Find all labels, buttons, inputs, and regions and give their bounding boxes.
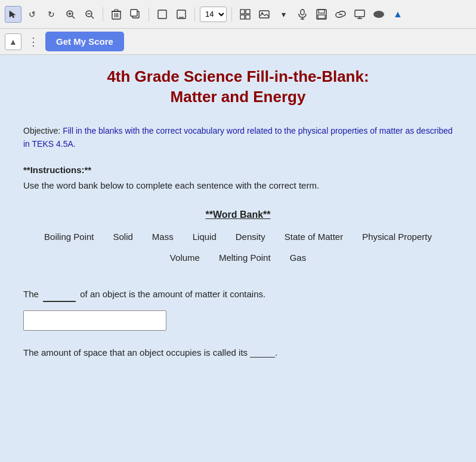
get-score-button[interactable]: Get My Score xyxy=(45,32,124,51)
image-dropdown[interactable]: ▾ xyxy=(275,6,292,23)
word-physical-property: Physical Property xyxy=(362,229,432,246)
svg-rect-22 xyxy=(259,11,269,18)
answer-input-1[interactable] xyxy=(23,310,166,331)
title-line2: Matter and Energy xyxy=(171,88,306,106)
word-melting-point: Melting Point xyxy=(219,250,271,267)
more-options-button[interactable]: ⋮ xyxy=(26,33,41,50)
crop-button[interactable] xyxy=(154,6,171,23)
text-button[interactable] xyxy=(173,6,190,23)
font-size-select[interactable]: 14 12 16 18 xyxy=(200,7,227,22)
svg-rect-24 xyxy=(301,10,304,15)
toolbar-row2: ▲ ⋮ Get My Score xyxy=(0,29,476,55)
sentence1-after: of an object is the amount of matter it … xyxy=(80,289,265,299)
save-button[interactable] xyxy=(313,6,330,23)
duplicate-button[interactable] xyxy=(127,6,144,23)
word-volume: Volume xyxy=(170,250,200,267)
svg-line-5 xyxy=(91,16,94,19)
sentence2: The amount of space that an object occup… xyxy=(23,345,453,361)
word-boiling-point: Boiling Point xyxy=(44,229,94,246)
svg-rect-29 xyxy=(318,15,325,19)
delete-button[interactable] xyxy=(108,6,125,23)
svg-rect-19 xyxy=(246,10,250,14)
nav-up-button[interactable]: ▲ xyxy=(5,33,21,50)
svg-rect-20 xyxy=(240,15,245,19)
sentence1-before: The xyxy=(23,289,39,299)
word-mass: Mass xyxy=(152,229,174,246)
content-page: 4th Grade Science Fill-in-the-Blank: Mat… xyxy=(23,67,453,450)
separator1 xyxy=(103,7,103,21)
main-content-area: 4th Grade Science Fill-in-the-Blank: Mat… xyxy=(0,55,476,462)
svg-rect-15 xyxy=(158,10,166,19)
svg-line-1 xyxy=(72,16,75,19)
svg-rect-9 xyxy=(115,10,118,11)
grid-button[interactable] xyxy=(237,6,254,23)
toolbar-row1: ↺ ↻ 14 12 16 18 ▾ xyxy=(0,0,476,29)
word-density: Density xyxy=(236,229,265,246)
undo-button[interactable]: ↺ xyxy=(24,6,41,23)
image-button[interactable] xyxy=(256,6,273,23)
separator3 xyxy=(194,7,195,21)
zoom-out-button[interactable] xyxy=(81,6,98,23)
triangle-button[interactable]: ▲ xyxy=(390,6,406,23)
sentence1: The of an object is the amount of matter… xyxy=(23,285,453,302)
mic-button[interactable] xyxy=(294,6,311,23)
word-solid: Solid xyxy=(113,229,133,246)
sentence1-blank xyxy=(43,285,76,302)
screen-button[interactable] xyxy=(351,6,368,23)
word-state-of-matter: State of Matter xyxy=(285,229,343,246)
separator4 xyxy=(231,7,232,21)
link-button[interactable] xyxy=(332,6,349,23)
instructions-label: **Instructions:** xyxy=(23,165,453,175)
svg-rect-31 xyxy=(355,10,364,17)
word-bank-title: **Word Bank** xyxy=(23,210,453,220)
redo-button[interactable]: ↻ xyxy=(43,6,60,23)
svg-rect-21 xyxy=(246,15,250,19)
oval-button[interactable] xyxy=(370,6,387,23)
instructions-text: Use the word bank below to complete each… xyxy=(23,178,453,193)
select-tool[interactable] xyxy=(5,6,21,23)
title-line1: 4th Grade Science Fill-in-the-Blank: xyxy=(107,67,369,85)
word-gas: Gas xyxy=(290,250,307,267)
svg-rect-28 xyxy=(319,10,324,13)
word-bank-grid: Boiling Point Solid Mass Liquid Density … xyxy=(23,229,453,266)
separator2 xyxy=(149,7,149,21)
objective-text: Objective: Fill in the blanks with the c… xyxy=(23,124,453,151)
objective-label: Objective: xyxy=(23,126,63,135)
svg-rect-18 xyxy=(240,10,245,14)
page-title: 4th Grade Science Fill-in-the-Blank: Mat… xyxy=(23,67,453,107)
svg-point-34 xyxy=(373,11,384,18)
svg-rect-14 xyxy=(131,10,137,16)
objective-body: Fill in the blanks with the correct voca… xyxy=(23,126,453,149)
word-liquid: Liquid xyxy=(193,229,217,246)
zoom-in-button[interactable] xyxy=(62,6,79,23)
